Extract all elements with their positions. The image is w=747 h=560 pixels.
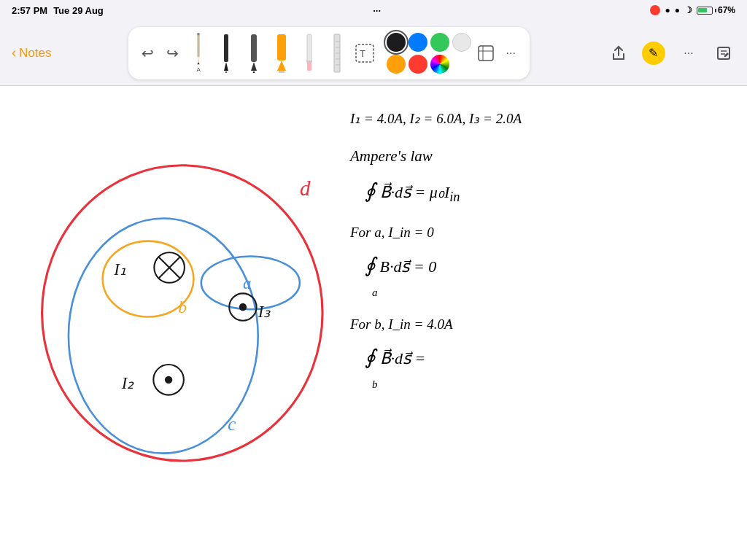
status-left: 2:57 PM Tue 29 Aug — [12, 5, 104, 16]
color-picker — [387, 33, 471, 74]
status-bar: 2:57 PM Tue 29 Aug ··· ● ● ☽ 67% — [0, 0, 747, 20]
sticker-tool[interactable] — [476, 43, 496, 63]
more-icon: ··· — [684, 47, 693, 60]
svg-marker-6 — [225, 71, 228, 73]
currents-line: I₁ = 4.0A, I₂ = 6.0A, I₃ = 2.0A — [350, 108, 732, 130]
undo-button[interactable]: ↩ — [137, 43, 158, 63]
toolbar-area: ‹ Notes ↩ ↪ A — [0, 20, 747, 86]
svg-text:b: b — [179, 298, 187, 316]
toolbar-right-icons: ✎ ··· — [607, 42, 735, 65]
svg-text:I₂: I₂ — [121, 374, 135, 392]
time: 2:57 PM — [12, 5, 47, 16]
color-rainbow[interactable] — [430, 55, 449, 74]
integral-b-body: B⃗·ds⃗ = — [380, 349, 426, 368]
svg-text:a: a — [243, 274, 251, 292]
date: Tue 29 Aug — [53, 5, 104, 16]
battery-tip — [715, 9, 716, 12]
more-options-button[interactable]: ··· — [677, 42, 700, 65]
integral-a-eq: ∮ B·ds⃗ = 0 — [365, 249, 732, 282]
battery-body — [697, 7, 713, 15]
pencil-tool[interactable]: A — [187, 33, 210, 73]
svg-rect-8 — [251, 34, 257, 62]
svg-marker-5 — [224, 62, 228, 71]
ampere-heading-text: Ampere's law — [350, 147, 433, 165]
notes-back-label: Notes — [19, 46, 51, 61]
color-row-top — [387, 33, 471, 52]
color-white[interactable] — [452, 33, 471, 52]
compose-button[interactable] — [712, 42, 735, 65]
drawing-tools-palette: ↩ ↪ A — [128, 27, 530, 79]
share-button[interactable] — [607, 42, 630, 65]
svg-marker-1 — [198, 58, 200, 62]
svg-rect-15 — [307, 62, 311, 71]
color-green[interactable] — [430, 33, 449, 52]
notes-app-icon[interactable]: ✎ — [642, 42, 665, 65]
svg-rect-0 — [198, 34, 200, 58]
color-black[interactable] — [387, 33, 406, 52]
battery-percent: 67% — [718, 5, 735, 15]
integral-a-lhs: ∮ — [365, 254, 376, 276]
status-center: ··· — [373, 5, 381, 16]
svg-rect-16 — [306, 61, 312, 63]
pen-tool[interactable] — [214, 33, 238, 73]
ampere-law-diagram: d c a b I₁ I₂ I₃ — [22, 93, 350, 480]
svg-marker-2 — [198, 62, 200, 64]
notes-content: I₁ = 4.0A, I₂ = 6.0A, I₃ = 2.0A Ampere's… — [350, 101, 732, 545]
main-integral-vec: B⃗·ds⃗ — [380, 183, 411, 201]
color-blue[interactable] — [409, 33, 427, 52]
svg-rect-4 — [224, 34, 228, 62]
ruler-tool[interactable] — [325, 33, 349, 73]
battery-container: 67% — [697, 5, 735, 15]
svg-marker-10 — [252, 71, 255, 73]
color-orange[interactable] — [387, 55, 406, 74]
subscript-a: a — [372, 287, 732, 299]
svg-rect-11 — [277, 34, 286, 61]
battery-fill — [698, 8, 706, 12]
wifi-icon: ● — [665, 5, 670, 15]
signal-dot1: ● — [675, 5, 680, 15]
record-indicator — [650, 5, 660, 15]
svg-text:I₁: I₁ — [113, 260, 126, 279]
for-a-heading: For a, I_in = 0 — [350, 222, 732, 244]
integral-a-body: B·ds⃗ = 0 — [380, 257, 437, 276]
currents-text: I₁ = 4.0A, I₂ = 6.0A, I₃ = 2.0A — [350, 111, 522, 126]
for-b-text: For b, I_in = 4.0A — [350, 316, 453, 332]
notes-icon: ✎ — [649, 46, 658, 60]
main-canvas: d c a b I₁ I₂ I₃ I₁ = 4.0A, I₂ = 6.0A, I… — [0, 86, 747, 560]
main-integral-rhs: = μ₀Iin — [415, 183, 460, 201]
svg-rect-13 — [279, 71, 285, 73]
for-b-heading: For b, I_in = 4.0A — [350, 314, 732, 335]
lasso-tool[interactable]: T — [353, 33, 376, 73]
subscript-b: b — [372, 378, 732, 391]
svg-rect-14 — [307, 34, 311, 62]
svg-rect-25 — [479, 46, 493, 61]
color-red[interactable] — [409, 55, 427, 74]
main-integral-lhs: ∮ — [365, 179, 376, 202]
integral-b-eq: ∮ B⃗·ds⃗ = — [365, 341, 732, 374]
for-a-text: For a, I_in = 0 — [350, 225, 434, 240]
more-tools-button[interactable]: ··· — [500, 43, 521, 63]
highlighter-tool[interactable] — [270, 33, 293, 73]
eraser-tool[interactable] — [298, 33, 321, 73]
svg-marker-12 — [277, 61, 286, 71]
svg-point-48 — [239, 303, 247, 311]
back-chevron-icon: ‹ — [12, 45, 16, 61]
svg-rect-3 — [198, 33, 200, 35]
svg-text:T: T — [360, 48, 365, 59]
main-integral-eq: ∮ B⃗·ds⃗ = μ₀Iin — [365, 175, 732, 209]
redo-button[interactable]: ↪ — [162, 43, 182, 63]
svg-text:c: c — [228, 414, 236, 434]
notes-back-button[interactable]: ‹ Notes — [12, 45, 51, 61]
svg-point-45 — [165, 376, 172, 384]
svg-text:d: d — [300, 176, 311, 200]
status-right: ● ● ☽ 67% — [650, 5, 735, 15]
dots-indicator: ··· — [373, 5, 381, 16]
marker-tool[interactable] — [242, 33, 266, 73]
svg-text:I₃: I₃ — [258, 303, 271, 321]
svg-marker-9 — [251, 62, 257, 71]
color-row-bottom — [387, 55, 471, 74]
ampere-heading: Ampere's law — [350, 144, 732, 169]
integral-b-lhs: ∮ — [365, 346, 376, 368]
moon-icon: ☽ — [684, 5, 692, 15]
